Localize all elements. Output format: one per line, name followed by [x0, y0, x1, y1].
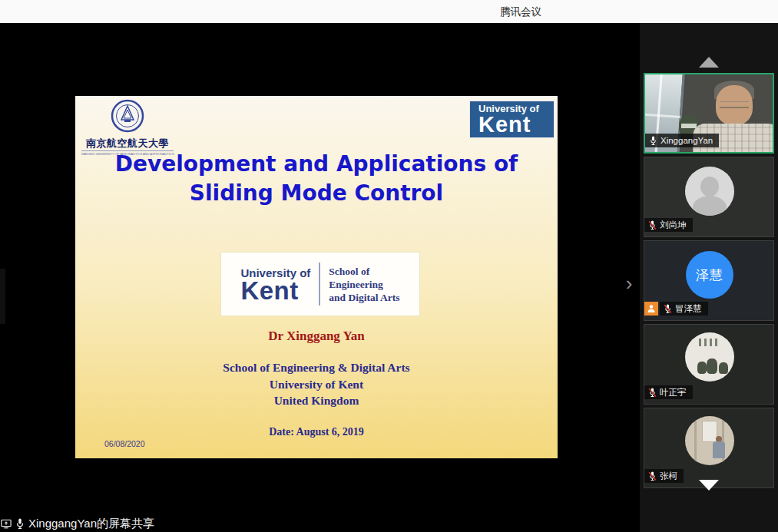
participant-thumbnail[interactable]: 张柯	[644, 408, 774, 488]
slide-footer-date: 06/08/2020	[104, 439, 145, 448]
kent-school-logo-box: University of Kent School of Engineering…	[221, 253, 419, 316]
avatar-photo-detail	[702, 421, 717, 442]
school-line1: School of	[329, 265, 399, 278]
microphone-muted-icon	[648, 387, 657, 398]
name-bar: XinggangYan	[645, 134, 719, 147]
avatar-photo-detail	[713, 441, 725, 458]
affiliation-line3: United Kingdom	[75, 394, 558, 408]
affiliation-line1: School of Engineering & Digital Arts	[75, 361, 558, 375]
avatar	[685, 332, 734, 382]
date-line: Date: August 6, 2019	[75, 426, 558, 438]
participants-sidebar: XinggangYan 刘尚坤	[640, 23, 778, 532]
participant-thumbnail[interactable]: 叶正宇	[644, 324, 774, 405]
slide-title-line2: Sliding Mode Control	[75, 179, 558, 208]
slide-title-line1: Development and Applications of	[75, 150, 558, 179]
kent-school-logo-left: University of Kent	[240, 266, 310, 302]
participant-name: 刘尚坤	[660, 220, 687, 231]
chevron-right-icon: ›	[626, 272, 633, 296]
screen-share-icon	[1, 519, 12, 529]
left-edge-panel	[0, 269, 5, 324]
chevron-up-icon	[699, 57, 719, 68]
logo-divider	[319, 263, 320, 306]
microphone-muted-icon	[664, 303, 672, 314]
avatar-photo-detail	[699, 339, 720, 346]
person-icon	[647, 304, 656, 313]
nuaa-cn-name: 南京航空航天大學	[81, 137, 174, 150]
participant-name: 叶正宇	[660, 387, 687, 398]
scroll-down-button[interactable]	[640, 480, 778, 495]
participant-name-label: 叶正宇	[644, 385, 693, 399]
nuaa-emblem-icon	[111, 99, 144, 133]
shared-screen-area: 南京航空航天大學 NANJING UNIVERSITY OF AERONAUTI…	[0, 23, 640, 532]
school-line3: and Digital Arts	[329, 291, 399, 304]
chevron-down-icon	[699, 480, 719, 491]
school-line2: Engineering	[329, 278, 399, 291]
participant-name-label: 冒泽慧	[660, 302, 708, 316]
name-bar: 叶正宇	[644, 385, 693, 399]
avatar-initials: 泽慧	[696, 266, 723, 284]
avatar-photo-detail	[719, 362, 728, 374]
presenter-name: Dr Xinggang Yan	[75, 329, 558, 344]
presenter-badge-icon	[644, 302, 658, 316]
name-bar: 冒泽慧	[644, 302, 708, 316]
video-person-glasses	[720, 101, 749, 108]
participant-thumbnail[interactable]: XinggangYan	[644, 73, 774, 154]
avatar	[685, 167, 734, 216]
participant-thumbnail[interactable]: 泽慧 冒泽慧	[644, 240, 774, 321]
screen-share-status-label: XinggangYan的屏幕共享	[28, 517, 154, 531]
avatar	[685, 416, 734, 465]
nuaa-logo: 南京航空航天大學 NANJING UNIVERSITY OF AERONAUTI…	[81, 99, 174, 156]
sidebar-collapse-button[interactable]: ›	[619, 266, 639, 301]
status-bar: XinggangYan的屏幕共享	[0, 515, 154, 532]
avatar-photo-detail	[707, 359, 717, 374]
microphone-icon	[15, 517, 25, 530]
kent-logo-name: Kent	[478, 114, 554, 135]
deptbox-kent: Kent	[240, 279, 310, 302]
microphone-on-icon	[649, 135, 657, 146]
presentation-slide: 南京航空航天大學 NANJING UNIVERSITY OF AERONAUTI…	[75, 96, 558, 458]
participant-name-label: 刘尚坤	[644, 218, 693, 232]
avatar-silhouette	[700, 177, 719, 197]
avatar-silhouette	[693, 196, 727, 216]
participant-name: XinggangYan	[660, 136, 713, 145]
avatar: 泽慧	[686, 251, 733, 299]
microphone-muted-icon	[648, 220, 657, 230]
scroll-up-button[interactable]	[640, 54, 778, 71]
participant-name-label: XinggangYan	[645, 134, 719, 147]
window-title-bar: 腾讯会议	[0, 0, 778, 23]
avatar-photo-detail	[694, 416, 697, 465]
avatar-photo-detail	[697, 362, 707, 374]
slide-title: Development and Applications of Sliding …	[75, 150, 558, 208]
participant-name: 冒泽慧	[675, 303, 702, 315]
affiliation-line2: University of Kent	[75, 378, 558, 392]
name-bar: 刘尚坤	[644, 218, 693, 232]
kent-logo: University of Kent	[469, 101, 555, 138]
meeting-window: 腾讯会议 南京航空航天大學 NANJING UNIVERSITY OF AERO…	[0, 0, 778, 532]
kent-school-logo-right: School of Engineering and Digital Arts	[329, 265, 399, 304]
participant-thumbnail[interactable]: 刘尚坤	[644, 157, 774, 237]
app-title: 腾讯会议	[500, 5, 541, 19]
